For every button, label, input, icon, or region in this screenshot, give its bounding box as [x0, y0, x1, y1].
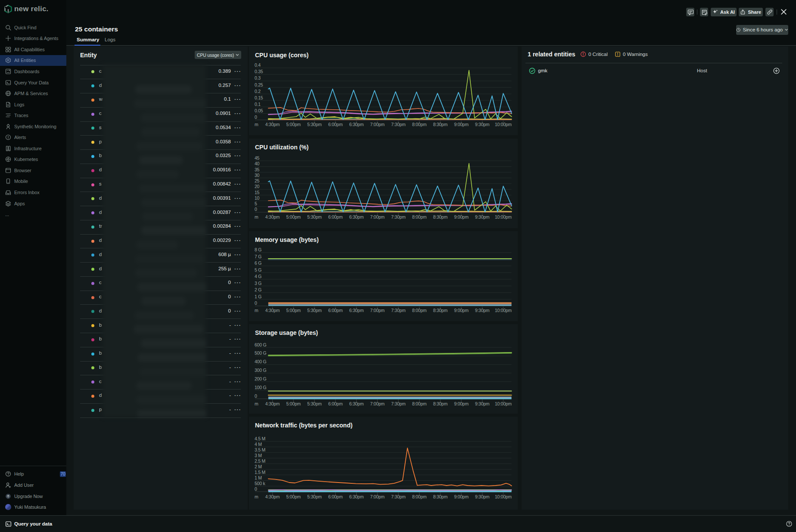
svg-text:0.15: 0.15: [255, 95, 263, 100]
svg-text:10:00pm: 10:00pm: [495, 308, 512, 313]
svg-text:3 G: 3 G: [255, 281, 261, 286]
svg-text:9:30pm: 9:30pm: [475, 401, 490, 406]
svg-text:4:30pm: 4:30pm: [265, 401, 280, 406]
svg-text:6:00pm: 6:00pm: [328, 401, 343, 406]
svg-text:10:00pm: 10:00pm: [495, 494, 512, 499]
svg-text:3 M: 3 M: [255, 453, 262, 458]
svg-text:9:00pm: 9:00pm: [454, 308, 469, 313]
svg-text:8:00pm: 8:00pm: [412, 214, 427, 220]
svg-text:6:00pm: 6:00pm: [328, 308, 343, 313]
svg-text:6:30pm: 6:30pm: [349, 214, 364, 220]
svg-text:0: 0: [255, 207, 257, 212]
svg-text:1 M: 1 M: [255, 475, 262, 480]
svg-text:6:00pm: 6:00pm: [328, 214, 343, 220]
svg-text:1.5 M: 1.5 M: [255, 470, 265, 475]
svg-text:6 G: 6 G: [255, 260, 261, 266]
svg-text:7:00pm: 7:00pm: [370, 494, 385, 499]
svg-text:0.05: 0.05: [255, 108, 263, 113]
svg-text:4:30pm: 4:30pm: [265, 308, 280, 313]
svg-text:10:00pm: 10:00pm: [495, 401, 512, 406]
svg-text:500 G: 500 G: [255, 350, 266, 356]
svg-text:1 G: 1 G: [255, 294, 261, 299]
svg-text:10:00pm: 10:00pm: [495, 214, 512, 220]
svg-text:10:00pm: 10:00pm: [495, 122, 512, 127]
svg-text:9:30pm: 9:30pm: [475, 122, 490, 127]
svg-text:m: m: [255, 122, 258, 127]
svg-text:7:30pm: 7:30pm: [391, 214, 406, 220]
svg-text:5:30pm: 5:30pm: [307, 122, 322, 127]
svg-text:m: m: [255, 214, 258, 220]
svg-text:6:00pm: 6:00pm: [328, 122, 343, 127]
svg-text:9:30pm: 9:30pm: [475, 308, 490, 313]
svg-text:9:00pm: 9:00pm: [454, 122, 469, 127]
svg-text:7:30pm: 7:30pm: [391, 401, 406, 406]
svg-text:8 G: 8 G: [255, 247, 261, 252]
svg-text:7:30pm: 7:30pm: [391, 122, 406, 127]
svg-text:6:30pm: 6:30pm: [349, 401, 364, 406]
svg-text:0: 0: [255, 114, 257, 120]
svg-text:30: 30: [255, 172, 260, 177]
svg-text:6:00pm: 6:00pm: [328, 494, 343, 499]
svg-text:4:30pm: 4:30pm: [265, 214, 280, 220]
svg-text:2 G: 2 G: [255, 287, 261, 292]
svg-text:8:00pm: 8:00pm: [412, 122, 427, 127]
svg-text:200 G: 200 G: [255, 376, 266, 381]
svg-text:10: 10: [255, 195, 260, 200]
svg-text:6:30pm: 6:30pm: [349, 308, 364, 313]
svg-text:m: m: [255, 401, 258, 406]
svg-text:5:00pm: 5:00pm: [286, 122, 301, 127]
svg-text:9:00pm: 9:00pm: [454, 214, 469, 220]
svg-text:7:30pm: 7:30pm: [391, 308, 406, 313]
svg-text:5:30pm: 5:30pm: [307, 401, 322, 406]
svg-text:40: 40: [255, 161, 260, 166]
svg-text:25: 25: [255, 178, 260, 183]
svg-text:9:30pm: 9:30pm: [475, 214, 490, 220]
svg-text:0.4: 0.4: [255, 62, 261, 68]
svg-text:8:30pm: 8:30pm: [433, 122, 448, 127]
svg-text:15: 15: [255, 189, 260, 195]
svg-text:0: 0: [255, 393, 257, 398]
svg-text:9:00pm: 9:00pm: [454, 494, 469, 499]
svg-text:45: 45: [255, 155, 260, 161]
svg-text:4.5 M: 4.5 M: [255, 436, 265, 441]
svg-text:6:30pm: 6:30pm: [349, 494, 364, 499]
svg-text:4 M: 4 M: [255, 442, 262, 447]
svg-text:8:00pm: 8:00pm: [412, 308, 427, 313]
svg-text:4:30pm: 4:30pm: [265, 494, 280, 499]
svg-text:0.35: 0.35: [255, 69, 263, 74]
svg-text:7 G: 7 G: [255, 254, 261, 259]
svg-text:2.5 M: 2.5 M: [255, 458, 265, 464]
svg-text:0.25: 0.25: [255, 82, 263, 87]
svg-text:8:30pm: 8:30pm: [433, 214, 448, 220]
svg-text:3.5 M: 3.5 M: [255, 447, 265, 452]
svg-text:5:30pm: 5:30pm: [307, 308, 322, 313]
svg-text:8:30pm: 8:30pm: [433, 494, 448, 499]
svg-text:20: 20: [255, 184, 260, 189]
svg-text:400 G: 400 G: [255, 359, 266, 364]
svg-text:8:00pm: 8:00pm: [412, 494, 427, 499]
svg-text:4 G: 4 G: [255, 274, 261, 279]
svg-text:5:30pm: 5:30pm: [307, 494, 322, 499]
svg-text:500 k: 500 k: [255, 481, 265, 486]
svg-text:5:30pm: 5:30pm: [307, 214, 322, 220]
svg-text:0.1: 0.1: [255, 102, 261, 107]
svg-text:5:00pm: 5:00pm: [286, 401, 301, 406]
svg-text:8:30pm: 8:30pm: [433, 401, 448, 406]
svg-text:6:30pm: 6:30pm: [349, 122, 364, 127]
svg-text:600 G: 600 G: [255, 342, 266, 347]
svg-text:7:30pm: 7:30pm: [391, 494, 406, 499]
svg-text:8:30pm: 8:30pm: [433, 308, 448, 313]
svg-text:9:00pm: 9:00pm: [454, 401, 469, 406]
svg-text:5:00pm: 5:00pm: [286, 308, 301, 313]
svg-text:35: 35: [255, 167, 260, 172]
svg-text:300 G: 300 G: [255, 368, 266, 373]
svg-text:2 M: 2 M: [255, 464, 262, 469]
svg-text:5:00pm: 5:00pm: [286, 494, 301, 499]
svg-text:9:30pm: 9:30pm: [475, 494, 490, 499]
svg-text:0.2: 0.2: [255, 89, 261, 94]
svg-text:5 G: 5 G: [255, 267, 261, 272]
svg-text:8:00pm: 8:00pm: [412, 401, 427, 406]
svg-text:7:00pm: 7:00pm: [370, 308, 385, 313]
svg-text:m: m: [255, 308, 258, 313]
svg-text:0.3: 0.3: [255, 75, 261, 80]
